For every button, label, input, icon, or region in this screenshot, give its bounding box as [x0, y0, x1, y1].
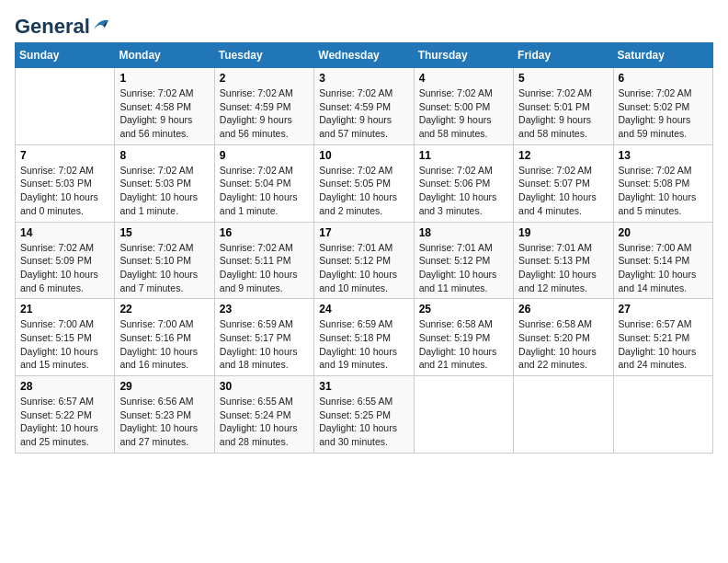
day-number: 12 — [518, 149, 608, 162]
day-number: 29 — [119, 380, 209, 393]
calendar-cell — [414, 376, 513, 454]
calendar-cell: 4Sunrise: 7:02 AMSunset: 5:00 PMDaylight… — [414, 68, 513, 145]
day-info: Sunrise: 7:02 AMSunset: 5:03 PMDaylight:… — [20, 164, 109, 218]
day-info: Sunrise: 6:55 AMSunset: 5:24 PMDaylight:… — [220, 395, 309, 449]
day-number: 4 — [419, 72, 508, 85]
calendar-cell: 10Sunrise: 7:02 AMSunset: 5:05 PMDayligh… — [314, 144, 414, 222]
calendar-cell: 29Sunrise: 6:56 AMSunset: 5:23 PMDayligh… — [115, 376, 214, 454]
calendar-cell: 25Sunrise: 6:58 AMSunset: 5:19 PMDayligh… — [414, 299, 513, 376]
weekday-header-thursday: Thursday — [414, 43, 513, 68]
day-number: 23 — [220, 303, 309, 316]
day-number: 22 — [119, 303, 209, 316]
calendar-cell: 17Sunrise: 7:01 AMSunset: 5:12 PMDayligh… — [314, 222, 414, 299]
calendar-cell: 18Sunrise: 7:01 AMSunset: 5:12 PMDayligh… — [414, 222, 513, 299]
day-info: Sunrise: 6:57 AMSunset: 5:21 PMDaylight:… — [619, 317, 708, 372]
calendar-cell: 8Sunrise: 7:02 AMSunset: 5:03 PMDaylight… — [115, 144, 214, 222]
day-info: Sunrise: 7:01 AMSunset: 5:12 PMDaylight:… — [419, 241, 508, 295]
calendar-cell — [514, 376, 613, 454]
calendar-cell: 7Sunrise: 7:02 AMSunset: 5:03 PMDaylight… — [16, 144, 115, 222]
calendar-cell: 13Sunrise: 7:02 AMSunset: 5:08 PMDayligh… — [613, 144, 712, 222]
day-info: Sunrise: 7:02 AMSunset: 5:07 PMDaylight:… — [518, 164, 608, 218]
day-number: 9 — [220, 149, 309, 162]
day-info: Sunrise: 7:02 AMSunset: 5:03 PMDaylight:… — [119, 164, 209, 218]
calendar-cell: 23Sunrise: 6:59 AMSunset: 5:17 PMDayligh… — [214, 299, 313, 376]
day-number: 3 — [319, 72, 408, 85]
calendar-cell: 15Sunrise: 7:02 AMSunset: 5:10 PMDayligh… — [115, 222, 214, 299]
day-info: Sunrise: 7:01 AMSunset: 5:13 PMDaylight:… — [518, 241, 608, 295]
day-info: Sunrise: 7:02 AMSunset: 5:06 PMDaylight:… — [419, 164, 508, 218]
day-number: 31 — [319, 380, 408, 393]
calendar-cell: 16Sunrise: 7:02 AMSunset: 5:11 PMDayligh… — [214, 222, 313, 299]
day-number: 1 — [119, 72, 209, 85]
page-header: General — [15, 15, 713, 33]
day-number: 15 — [119, 226, 209, 239]
day-number: 30 — [220, 380, 309, 393]
day-info: Sunrise: 6:55 AMSunset: 5:25 PMDaylight:… — [319, 395, 408, 449]
day-number: 24 — [319, 303, 408, 316]
calendar-table: SundayMondayTuesdayWednesdayThursdayFrid… — [15, 42, 713, 454]
day-number: 16 — [220, 226, 309, 239]
day-info: Sunrise: 6:57 AMSunset: 5:22 PMDaylight:… — [20, 395, 109, 449]
day-number: 6 — [619, 72, 708, 85]
day-info: Sunrise: 7:02 AMSunset: 5:04 PMDaylight:… — [220, 164, 309, 218]
day-info: Sunrise: 6:59 AMSunset: 5:17 PMDaylight:… — [220, 317, 309, 372]
day-info: Sunrise: 7:02 AMSunset: 4:59 PMDaylight:… — [319, 86, 408, 141]
calendar-cell: 22Sunrise: 7:00 AMSunset: 5:16 PMDayligh… — [115, 299, 214, 376]
calendar-cell: 2Sunrise: 7:02 AMSunset: 4:59 PMDaylight… — [214, 68, 313, 145]
calendar-cell: 27Sunrise: 6:57 AMSunset: 5:21 PMDayligh… — [613, 299, 712, 376]
calendar-cell: 3Sunrise: 7:02 AMSunset: 4:59 PMDaylight… — [314, 68, 414, 145]
day-info: Sunrise: 7:00 AMSunset: 5:15 PMDaylight:… — [20, 317, 109, 372]
calendar-cell: 19Sunrise: 7:01 AMSunset: 5:13 PMDayligh… — [514, 222, 613, 299]
day-number: 14 — [20, 226, 109, 239]
day-info: Sunrise: 7:02 AMSunset: 5:09 PMDaylight:… — [20, 241, 109, 295]
calendar-cell: 28Sunrise: 6:57 AMSunset: 5:22 PMDayligh… — [16, 376, 115, 454]
day-info: Sunrise: 7:02 AMSunset: 5:08 PMDaylight:… — [619, 164, 708, 218]
day-number: 11 — [419, 149, 508, 162]
day-info: Sunrise: 6:58 AMSunset: 5:20 PMDaylight:… — [518, 317, 608, 372]
day-number: 26 — [518, 303, 608, 316]
weekday-header-tuesday: Tuesday — [214, 43, 313, 68]
day-number: 8 — [119, 149, 209, 162]
day-info: Sunrise: 6:58 AMSunset: 5:19 PMDaylight:… — [419, 317, 508, 372]
calendar-cell — [613, 376, 712, 454]
day-info: Sunrise: 7:02 AMSunset: 4:59 PMDaylight:… — [220, 86, 309, 141]
day-number: 25 — [419, 303, 508, 316]
calendar-cell: 14Sunrise: 7:02 AMSunset: 5:09 PMDayligh… — [16, 222, 115, 299]
day-info: Sunrise: 7:02 AMSunset: 5:05 PMDaylight:… — [319, 164, 408, 218]
day-info: Sunrise: 7:02 AMSunset: 5:00 PMDaylight:… — [419, 86, 508, 141]
day-info: Sunrise: 7:00 AMSunset: 5:14 PMDaylight:… — [619, 241, 708, 295]
day-number: 18 — [419, 226, 508, 239]
day-number: 19 — [518, 226, 608, 239]
day-number: 21 — [20, 303, 109, 316]
day-info: Sunrise: 7:01 AMSunset: 5:12 PMDaylight:… — [319, 241, 408, 295]
logo: General — [15, 15, 112, 33]
day-number: 5 — [518, 72, 608, 85]
logo-bird-icon — [92, 17, 112, 33]
day-number: 2 — [220, 72, 309, 85]
calendar-cell: 21Sunrise: 7:00 AMSunset: 5:15 PMDayligh… — [16, 299, 115, 376]
day-number: 13 — [619, 149, 708, 162]
calendar-cell: 24Sunrise: 6:59 AMSunset: 5:18 PMDayligh… — [314, 299, 414, 376]
weekday-header-saturday: Saturday — [613, 43, 712, 68]
weekday-header-wednesday: Wednesday — [314, 43, 414, 68]
day-info: Sunrise: 6:59 AMSunset: 5:18 PMDaylight:… — [319, 317, 408, 372]
calendar-cell: 1Sunrise: 7:02 AMSunset: 4:58 PMDaylight… — [115, 68, 214, 145]
calendar-cell: 11Sunrise: 7:02 AMSunset: 5:06 PMDayligh… — [414, 144, 513, 222]
day-info: Sunrise: 7:02 AMSunset: 5:01 PMDaylight:… — [518, 86, 608, 141]
day-number: 17 — [319, 226, 408, 239]
day-number: 27 — [619, 303, 708, 316]
calendar-cell: 12Sunrise: 7:02 AMSunset: 5:07 PMDayligh… — [514, 144, 613, 222]
day-info: Sunrise: 7:02 AMSunset: 4:58 PMDaylight:… — [119, 86, 209, 141]
weekday-header-sunday: Sunday — [16, 43, 115, 68]
day-info: Sunrise: 6:56 AMSunset: 5:23 PMDaylight:… — [119, 395, 209, 449]
calendar-cell: 5Sunrise: 7:02 AMSunset: 5:01 PMDaylight… — [514, 68, 613, 145]
weekday-header-friday: Friday — [514, 43, 613, 68]
day-info: Sunrise: 7:02 AMSunset: 5:02 PMDaylight:… — [619, 86, 708, 141]
day-info: Sunrise: 7:02 AMSunset: 5:10 PMDaylight:… — [119, 241, 209, 295]
calendar-cell — [16, 68, 115, 145]
day-number: 10 — [319, 149, 408, 162]
calendar-cell: 9Sunrise: 7:02 AMSunset: 5:04 PMDaylight… — [214, 144, 313, 222]
day-info: Sunrise: 7:00 AMSunset: 5:16 PMDaylight:… — [119, 317, 209, 372]
calendar-cell: 30Sunrise: 6:55 AMSunset: 5:24 PMDayligh… — [214, 376, 313, 454]
day-number: 7 — [20, 149, 109, 162]
